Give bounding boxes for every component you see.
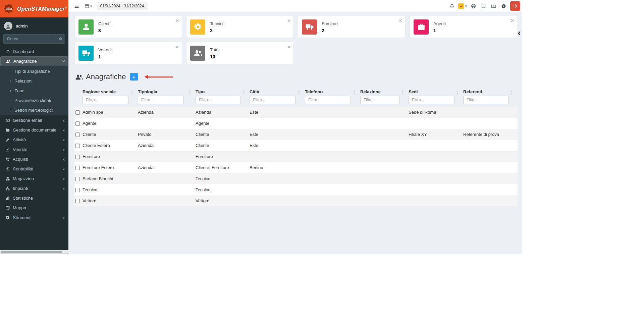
filter-input-relazione[interactable] bbox=[360, 96, 400, 104]
column-header-referenti[interactable]: Referenti▲▼ bbox=[463, 87, 518, 95]
sidebar-item-magazzino[interactable]: Magazzino‹ bbox=[0, 174, 68, 184]
people-icon bbox=[75, 73, 83, 81]
filter-input-sedi[interactable] bbox=[409, 96, 454, 104]
sidebar-item-label: Statistiche bbox=[13, 196, 33, 201]
column-label: Sedi bbox=[409, 89, 418, 94]
sidebar-subitem-provenienze-clienti[interactable]: ○Provenienze clienti bbox=[0, 96, 68, 105]
card-close-button[interactable]: × bbox=[287, 17, 291, 24]
stat-card-tecnici[interactable]: Tecnici2× bbox=[186, 16, 294, 38]
table-row[interactable]: Fornitore EsteroAziendaCliente, Fornitor… bbox=[74, 162, 518, 173]
table-cell bbox=[305, 173, 360, 184]
close-icon: × bbox=[511, 18, 514, 23]
stat-card-clienti[interactable]: Clienti3× bbox=[74, 16, 182, 38]
stat-card-agenti[interactable]: Agenti1× bbox=[410, 16, 517, 38]
notifications-button[interactable] bbox=[447, 1, 457, 11]
sidebar-item-label: Mappa bbox=[13, 205, 26, 210]
add-record-button[interactable]: + bbox=[130, 73, 138, 81]
column-header-citta[interactable]: Città▲▼ bbox=[250, 87, 305, 95]
sidebar-item-dashboard[interactable]: Dashboard bbox=[0, 47, 68, 56]
app-logo[interactable]: OSM OpenSTAManager® bbox=[0, 0, 68, 17]
row-checkbox[interactable] bbox=[75, 166, 80, 170]
search-button[interactable] bbox=[56, 34, 65, 44]
scrollbar-thumb[interactable] bbox=[1, 251, 62, 253]
sidebar-item-statistiche[interactable]: Statistiche bbox=[0, 193, 68, 203]
card-close-button[interactable]: × bbox=[510, 17, 515, 24]
column-header-sedi[interactable]: Sedi▲▼ bbox=[409, 87, 463, 95]
sidebar-horizontal-scrollbar[interactable] bbox=[0, 250, 68, 254]
row-checkbox[interactable] bbox=[75, 110, 80, 115]
card-close-button[interactable]: × bbox=[175, 44, 179, 50]
column-header-ragione-sociale[interactable]: Ragione sociale▲▼ bbox=[83, 87, 138, 95]
sidebar-subitem-tipi-di-anagrafiche[interactable]: ○Tipi di anagrafiche bbox=[0, 66, 68, 76]
filter-input-ragione-sociale[interactable] bbox=[83, 96, 128, 104]
status-dropdown-button[interactable]: ▾ bbox=[457, 3, 468, 9]
column-header-tipo[interactable]: Tipo▲▼ bbox=[196, 87, 250, 95]
table-row[interactable]: Admin spaAziendaAziendaEsteSede di Roma bbox=[74, 107, 518, 118]
sidebar-item-impianti[interactable]: Impianti‹ bbox=[0, 184, 68, 193]
filter-input-telefono[interactable] bbox=[305, 96, 351, 104]
row-checkbox[interactable] bbox=[75, 199, 80, 203]
filter-input-referenti[interactable] bbox=[463, 96, 509, 104]
table-cell bbox=[138, 184, 196, 195]
column-header-relazione[interactable]: Relazione▲▼ bbox=[360, 87, 409, 95]
sidebar-item-gestione-documentale[interactable]: Gestione documentale‹ bbox=[0, 125, 68, 135]
table-row[interactable]: Cliente EsteroAziendaClienteEste bbox=[74, 140, 518, 151]
cash-button[interactable] bbox=[489, 1, 498, 11]
print-button[interactable] bbox=[469, 1, 478, 11]
filter-input-tipo[interactable] bbox=[196, 96, 241, 104]
sort-icon: ▲▼ bbox=[243, 90, 245, 95]
sidebar: OSM OpenSTAManager® admin DashboardAnagr… bbox=[0, 0, 68, 254]
sidebar-toggle-button[interactable] bbox=[72, 1, 81, 11]
table-row[interactable]: AgenteAgente bbox=[74, 118, 518, 129]
sidebar-item-mappa[interactable]: Mappa bbox=[0, 203, 68, 213]
row-checkbox[interactable] bbox=[75, 133, 80, 137]
row-checkbox[interactable] bbox=[75, 121, 80, 126]
chevron-left-icon: ‹ bbox=[63, 137, 65, 142]
stat-card-vettori[interactable]: Vettori1× bbox=[74, 42, 182, 64]
logout-button[interactable] bbox=[510, 1, 520, 11]
sidebar-subitem-relazioni[interactable]: ○Relazioni bbox=[0, 76, 68, 86]
column-header-telefono[interactable]: Telefono▲▼ bbox=[305, 87, 360, 95]
calendar-dropdown-button[interactable]: ▾ bbox=[83, 3, 94, 9]
briefcase-icon bbox=[417, 22, 426, 31]
row-checkbox[interactable] bbox=[75, 144, 80, 148]
close-icon: × bbox=[399, 18, 402, 23]
table-row[interactable]: VettoreVettore bbox=[74, 195, 518, 206]
row-checkbox[interactable] bbox=[75, 155, 80, 159]
card-close-button[interactable]: × bbox=[287, 44, 291, 50]
table-row[interactable]: Stefano BianchiTecnico bbox=[74, 173, 518, 184]
card-text: Agenti1 bbox=[433, 21, 446, 33]
manual-button[interactable] bbox=[479, 1, 488, 11]
card-close-button[interactable]: × bbox=[175, 17, 179, 24]
table-cell bbox=[138, 118, 196, 129]
table-cell bbox=[360, 129, 409, 140]
sidebar-item-acquisti[interactable]: Acquisti‹ bbox=[0, 154, 68, 164]
date-range[interactable]: 01/01/2024 - 31/12/2024 bbox=[97, 2, 148, 10]
filter-input-tipologia[interactable] bbox=[138, 96, 184, 104]
table-row[interactable]: TecnicoTecnico bbox=[74, 184, 518, 195]
sidebar-item-gestione-email[interactable]: Gestione email‹ bbox=[0, 115, 68, 125]
sidebar-item-contabilita[interactable]: €Contabilità‹ bbox=[0, 164, 68, 174]
collapse-panel-button[interactable]: ‹ bbox=[517, 29, 522, 38]
sidebar-subitem-settori-merceologici[interactable]: ○Settori merceologici bbox=[0, 105, 68, 115]
sidebar-subitem-zone[interactable]: ○Zone bbox=[0, 86, 68, 96]
filter-input-citta[interactable] bbox=[250, 96, 296, 104]
table-cell: Cliente, Fornitore bbox=[196, 162, 250, 173]
info-button[interactable] bbox=[499, 1, 508, 11]
stat-card-fornitori[interactable]: Fornitori2× bbox=[298, 16, 406, 38]
column-header-tipologia[interactable]: Tipologia▲▼ bbox=[138, 87, 196, 95]
row-checkbox[interactable] bbox=[75, 177, 80, 181]
sidebar-item-label: Dashboard bbox=[13, 49, 34, 54]
sidebar-item-attivita[interactable]: Attività‹ bbox=[0, 135, 68, 145]
row-checkbox[interactable] bbox=[75, 188, 80, 192]
chevron-left-icon: ‹ bbox=[518, 28, 521, 38]
sidebar-item-vendite[interactable]: Vendite‹ bbox=[0, 145, 68, 154]
sidebar-item-anagrafiche[interactable]: Anagrafiche‹ bbox=[0, 56, 68, 66]
table-row[interactable]: ClientePrivatoClienteEsteFiliale XYRefer… bbox=[74, 129, 518, 140]
search-input[interactable] bbox=[3, 34, 56, 44]
sidebar-item-strumenti[interactable]: Strumenti‹ bbox=[0, 213, 68, 222]
stat-card-tutti[interactable]: Tutti10× bbox=[186, 42, 294, 64]
card-text: Clienti3 bbox=[98, 21, 110, 33]
card-close-button[interactable]: × bbox=[398, 17, 403, 24]
table-row[interactable]: FornitoreFornitore bbox=[74, 151, 518, 162]
